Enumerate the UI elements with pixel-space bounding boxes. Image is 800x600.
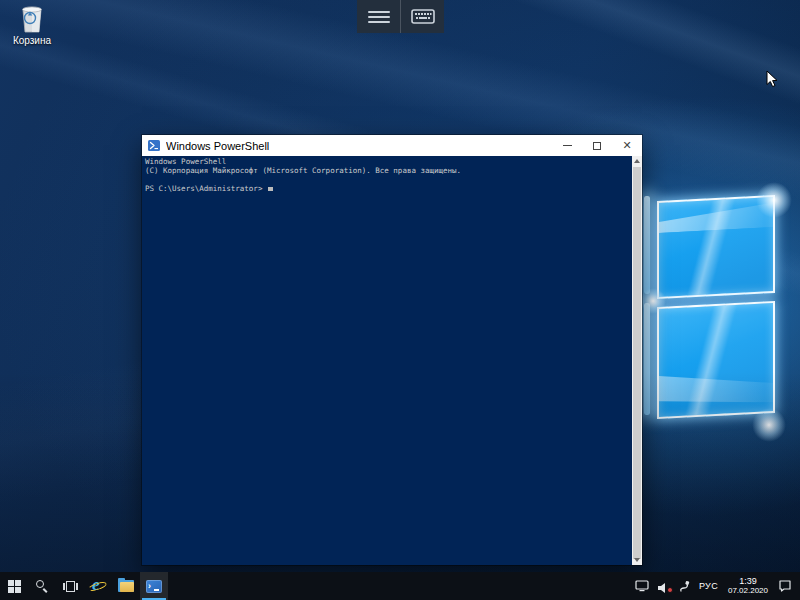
network-icon [635, 580, 649, 592]
logo-glow-dot [752, 408, 786, 442]
console-scrollbar[interactable] [632, 156, 642, 565]
language-indicator[interactable]: РУС [695, 572, 722, 600]
connector-tray-button[interactable] [675, 572, 695, 600]
virtual-keyboard-button[interactable] [400, 0, 444, 33]
network-tray-button[interactable] [631, 572, 653, 600]
taskbar-buttons: e › [0, 572, 168, 600]
taskbar: e › [0, 572, 800, 600]
logo-lower-pane [657, 301, 775, 419]
vm-console-toolbar [357, 0, 444, 33]
system-tray: РУС 1:39 07.02.2020 [631, 572, 800, 600]
clock-date: 07.02.2020 [728, 586, 768, 596]
clock[interactable]: 1:39 07.02.2020 [722, 572, 774, 600]
task-view-button[interactable] [56, 572, 84, 600]
console-line: (C) Корпорация Майкрософт (Microsoft Cor… [145, 166, 628, 175]
language-label: РУС [699, 581, 718, 591]
connector-icon [679, 580, 691, 593]
logo-glow-dot [640, 288, 666, 314]
window-titlebar[interactable]: Windows PowerShell ✕ [142, 135, 642, 156]
search-button[interactable] [28, 572, 56, 600]
scrollbar-thumb[interactable] [633, 167, 641, 559]
scroll-up-button[interactable] [632, 156, 642, 166]
close-button[interactable]: ✕ [612, 135, 642, 156]
console-cursor [268, 187, 273, 191]
maximize-icon [593, 142, 601, 150]
logo-glow-dot [756, 182, 792, 218]
recycle-bin-label: Корзина [4, 35, 60, 46]
task-view-icon [63, 581, 78, 592]
console-prompt-line[interactable]: PS C:\Users\Administrator> [145, 184, 628, 193]
volume-tray-button[interactable] [653, 572, 675, 600]
taskbar-item-powershell[interactable]: › [140, 572, 168, 600]
menu-button[interactable] [357, 0, 400, 33]
powershell-window[interactable]: Windows PowerShell ✕ Windows PowerShell … [142, 135, 642, 565]
taskbar-item-file-explorer[interactable] [112, 572, 140, 600]
ie-icon: e [89, 577, 107, 595]
search-icon [35, 579, 49, 593]
action-center-icon [778, 580, 792, 592]
recycle-bin-shortcut[interactable]: Корзина [4, 3, 60, 46]
keyboard-icon [411, 9, 435, 24]
minimize-icon [563, 145, 572, 146]
powershell-icon: › [146, 580, 162, 593]
scroll-up-icon [634, 159, 640, 163]
hamburger-menu-icon [368, 8, 390, 26]
maximize-button[interactable] [582, 135, 612, 156]
taskbar-item-internet-explorer[interactable]: e [84, 572, 112, 600]
window-controls: ✕ [552, 135, 642, 156]
muted-badge [667, 587, 673, 593]
logo-glow-bar [644, 196, 650, 294]
console-line [145, 175, 628, 184]
logo-upper-pane [657, 195, 775, 299]
start-button[interactable] [0, 572, 28, 600]
powershell-titlebar-icon [148, 140, 160, 151]
console-output[interactable]: Windows PowerShell (C) Корпорация Майкро… [142, 156, 642, 565]
recycle-bin-icon [17, 3, 47, 34]
folder-icon [118, 580, 134, 592]
close-icon: ✕ [622, 140, 631, 151]
window-title: Windows PowerShell [166, 140, 552, 152]
console-prompt: PS C:\Users\Administrator> [145, 184, 267, 193]
light-ray [423, 0, 800, 105]
console-line: Windows PowerShell [145, 157, 628, 166]
windows-logo-icon [8, 580, 21, 593]
clock-time: 1:39 [739, 576, 757, 586]
scroll-down-button[interactable] [632, 555, 642, 565]
scroll-down-icon [634, 558, 640, 562]
minimize-button[interactable] [552, 135, 582, 156]
action-center-button[interactable] [774, 572, 796, 600]
logo-glow-bar [644, 303, 650, 415]
